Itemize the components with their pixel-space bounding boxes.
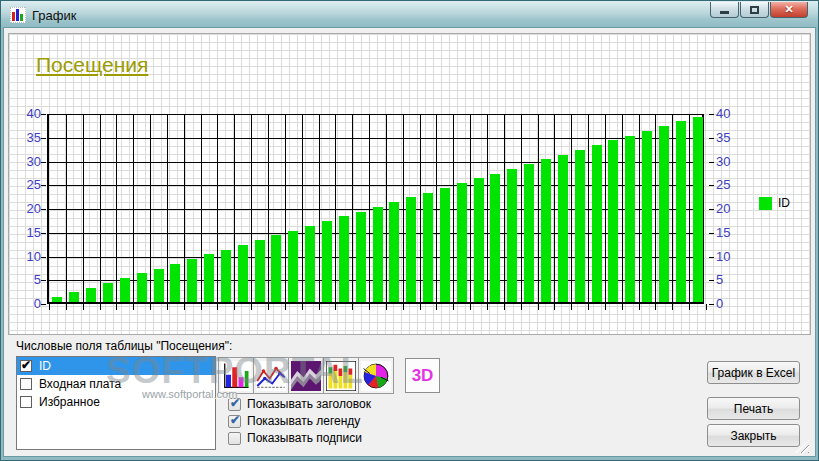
gridline-vertical [285, 114, 286, 302]
bar [69, 292, 79, 302]
bar-chart-button[interactable] [218, 357, 254, 394]
pie-chart-button[interactable] [358, 357, 394, 394]
x-axis-tick [167, 304, 168, 310]
area-chart-button[interactable] [288, 357, 324, 394]
gridline-horizontal [49, 162, 702, 163]
y-axis-label-left: 0 [13, 296, 41, 311]
bar [558, 155, 568, 302]
bar [474, 178, 484, 302]
x-axis-tick [588, 304, 589, 310]
bar [288, 231, 298, 302]
show-title-checkbox[interactable] [228, 398, 241, 411]
y-axis-label-right: 40 [716, 106, 744, 121]
legend-label: ID [778, 196, 790, 210]
list-item[interactable]: Входная плата [17, 375, 215, 393]
line-chart-button[interactable] [253, 357, 289, 394]
x-axis-tick [302, 304, 303, 310]
bar [693, 117, 703, 302]
bar [170, 264, 180, 302]
x-axis-tick [554, 304, 555, 310]
y-axis-tick-left [41, 233, 46, 234]
bar [373, 207, 383, 302]
y-axis-tick-right [709, 185, 714, 186]
bar [592, 145, 602, 302]
show-labels-checkbox[interactable] [228, 432, 241, 445]
bar [238, 245, 248, 302]
fields-list[interactable]: IDВходная платаИзбранное [16, 356, 216, 450]
bar [642, 131, 652, 302]
plot-area: 00551010151520202525303035354040 [47, 114, 704, 304]
x-axis-tick [319, 304, 320, 310]
histogram-icon [326, 361, 356, 391]
x-axis-tick [201, 304, 202, 310]
x-axis-tick [116, 304, 117, 310]
x-axis-tick [403, 304, 404, 310]
gridline-vertical [639, 114, 640, 302]
x-axis-tick [100, 304, 101, 310]
chart-legend: ID [759, 196, 790, 210]
bar [221, 250, 231, 302]
x-axis-tick [66, 304, 67, 310]
chart-type-toolbar [218, 357, 393, 394]
bar [676, 121, 686, 302]
y-axis-tick-right [709, 138, 714, 139]
y-axis-tick-right [709, 162, 714, 163]
close-button[interactable]: ✕ [770, 2, 808, 18]
list-item[interactable]: Избранное [17, 393, 215, 411]
x-axis-tick [605, 304, 606, 310]
bar [271, 235, 281, 302]
gridline-vertical [66, 114, 67, 302]
x-axis-tick [234, 304, 235, 310]
bar [575, 150, 585, 302]
bar [52, 297, 62, 302]
show-legend-label: Показывать легенду [247, 414, 360, 428]
y-axis-tick-right [709, 114, 714, 115]
bar [356, 212, 366, 302]
list-item[interactable]: ID [17, 357, 215, 375]
field-checkbox[interactable] [20, 360, 32, 372]
bar [608, 140, 618, 302]
y-axis-tick-left [41, 162, 46, 163]
export-excel-button[interactable]: График в Excel [707, 361, 800, 384]
3d-button[interactable]: 3D [405, 358, 440, 393]
maximize-button[interactable] [740, 2, 769, 18]
y-axis-tick-right [709, 304, 714, 305]
y-axis-label-left: 10 [13, 249, 41, 264]
x-axis-tick [521, 304, 522, 310]
bar [103, 283, 113, 302]
bar [541, 159, 551, 302]
bar [137, 273, 147, 302]
minimize-button[interactable] [710, 2, 739, 18]
option-show-labels[interactable]: Показывать подписи [228, 431, 362, 445]
gridline-vertical [268, 114, 269, 302]
x-axis-tick [538, 304, 539, 310]
bar [187, 259, 197, 302]
close-dialog-button[interactable]: Закрыть [707, 424, 800, 447]
print-button[interactable]: Печать [707, 397, 800, 420]
x-axis-tick [487, 304, 488, 310]
bar [490, 174, 500, 302]
bar [154, 269, 164, 302]
y-axis-tick-left [41, 185, 46, 186]
option-show-legend[interactable]: Показывать легенду [228, 414, 360, 428]
gridline-vertical [150, 114, 151, 302]
bar [406, 197, 416, 302]
field-checkbox[interactable] [20, 396, 32, 408]
gridline-vertical [521, 114, 522, 302]
x-axis-tick [285, 304, 286, 310]
option-show-title[interactable]: Показывать заголовок [228, 397, 371, 411]
field-label: ID [39, 359, 51, 373]
histogram-button[interactable] [323, 357, 359, 394]
gridline-vertical [133, 114, 134, 302]
y-axis-tick-right [709, 209, 714, 210]
title-bar[interactable]: График ✕ [1, 1, 818, 28]
gridline-vertical [538, 114, 539, 302]
window-title: График [32, 8, 76, 23]
show-legend-checkbox[interactable] [228, 415, 241, 428]
gridline-vertical [436, 114, 437, 302]
fields-list-label: Числовые поля таблицы "Посещения": [16, 339, 232, 353]
x-axis-tick [622, 304, 623, 310]
bar [423, 193, 433, 302]
gridline-vertical [655, 114, 656, 302]
field-checkbox[interactable] [20, 378, 32, 390]
